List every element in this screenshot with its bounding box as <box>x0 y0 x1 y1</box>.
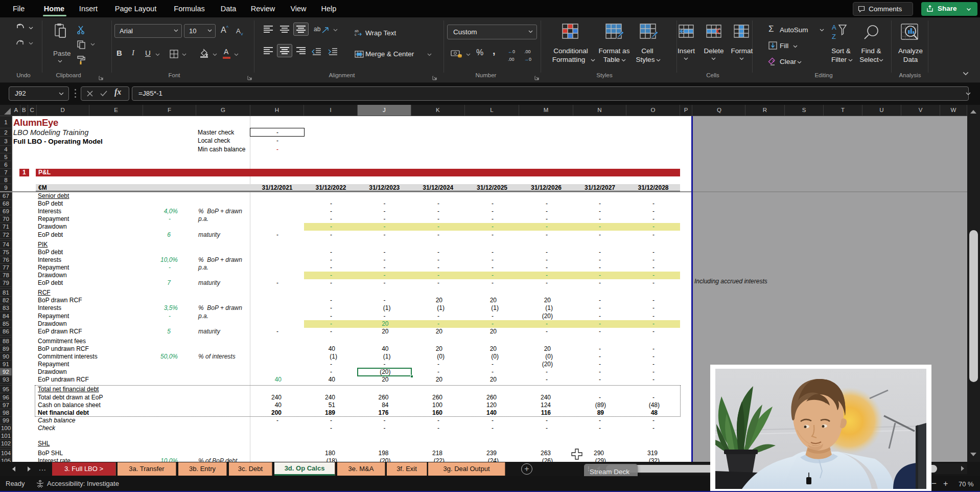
svg-text:Z: Z <box>832 33 836 40</box>
svg-text:c: c <box>355 33 357 36</box>
svg-text:A: A <box>832 24 836 31</box>
svg-text:ab: ab <box>355 29 359 33</box>
